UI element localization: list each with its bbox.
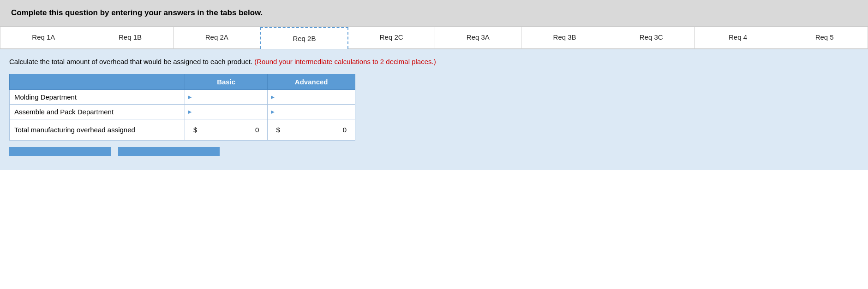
molding-advanced-input[interactable] [276,90,353,104]
assemble-advanced-cell: ► [268,104,355,119]
table-row: Molding Department ► ► [10,89,355,104]
tab-req5[interactable]: Req 5 [781,27,868,48]
assemble-advanced-arrow: ► [269,108,275,115]
tab-req1b[interactable]: Req 1B [87,27,174,48]
molding-advanced-arrow: ► [269,94,275,100]
action-button-2[interactable] [118,147,220,156]
instruction-text: Calculate the total amount of overhead t… [9,57,859,67]
tab-req3b[interactable]: Req 3B [521,27,608,48]
instruction-note: (Round your intermediate calculations to… [254,58,436,65]
total-basic-value: 0 [199,126,259,134]
molding-basic-arrow: ► [187,94,193,100]
total-advanced-value: 0 [282,126,347,134]
tab-req1a[interactable]: Req 1A [0,27,87,48]
total-label: Total manufacturing overhead assigned [10,119,185,140]
header-bar: Complete this question by entering your … [0,0,868,26]
assemble-basic-cell: ► [185,104,268,119]
table-row: Assemble and Pack Department ► ► [10,104,355,119]
col-label-header [10,74,185,89]
action-button-1[interactable] [9,147,111,156]
molding-basic-cell: ► [185,89,268,104]
tabs-container: Req 1A Req 1B Req 2A Req 2B Req 2C Req 3… [0,26,868,49]
total-advanced-dollar: $ [276,126,280,134]
assemble-basic-arrow: ► [187,108,193,115]
bottom-buttons [9,147,859,165]
assemble-label: Assemble and Pack Department [10,104,185,119]
content-area: Calculate the total amount of overhead t… [0,49,868,170]
tab-req2c[interactable]: Req 2C [348,27,435,48]
overhead-table: Basic Advanced Molding Department ► ► [9,74,355,141]
molding-advanced-cell: ► [268,89,355,104]
tab-req2a[interactable]: Req 2A [174,27,260,48]
total-row: Total manufacturing overhead assigned $ … [10,119,355,140]
tab-req4[interactable]: Req 4 [695,27,782,48]
tab-req3c[interactable]: Req 3C [608,27,695,48]
page-title: Complete this question by entering your … [11,8,263,17]
assemble-advanced-input[interactable] [276,105,353,119]
total-advanced-cell: $ 0 [268,119,355,140]
molding-basic-input[interactable] [194,90,266,104]
col-advanced-header: Advanced [268,74,355,89]
tab-req2b[interactable]: Req 2B [260,27,348,49]
instruction-main: Calculate the total amount of overhead t… [9,58,252,65]
assemble-basic-input[interactable] [194,105,266,119]
molding-label: Molding Department [10,89,185,104]
total-basic-cell: $ 0 [185,119,268,140]
tab-req3a[interactable]: Req 3A [435,27,522,48]
total-basic-dollar: $ [193,126,197,134]
col-basic-header: Basic [185,74,268,89]
